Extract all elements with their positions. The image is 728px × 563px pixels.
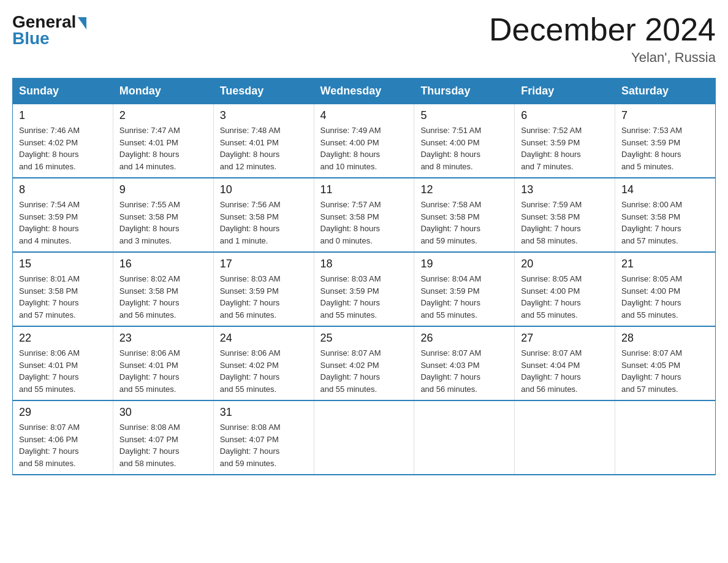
day-number: 12 xyxy=(420,183,508,196)
day-info: Sunrise: 7:52 AMSunset: 3:59 PMDaylight:… xyxy=(521,124,609,172)
day-cell: 19Sunrise: 8:04 AMSunset: 3:59 PMDayligh… xyxy=(414,252,515,326)
day-number: 14 xyxy=(621,183,709,196)
day-cell: 13Sunrise: 7:59 AMSunset: 3:58 PMDayligh… xyxy=(515,178,615,252)
header-monday: Monday xyxy=(113,79,213,104)
page-header: General Blue December 2024 Yelan', Russi… xyxy=(12,12,716,66)
day-number: 8 xyxy=(19,183,107,196)
header-tuesday: Tuesday xyxy=(213,79,314,104)
day-number: 16 xyxy=(119,258,207,270)
day-info: Sunrise: 7:46 AMSunset: 4:02 PMDaylight:… xyxy=(19,124,107,172)
day-info: Sunrise: 8:05 AMSunset: 4:00 PMDaylight:… xyxy=(621,273,709,321)
day-cell: 8Sunrise: 7:54 AMSunset: 3:59 PMDaylight… xyxy=(13,178,113,252)
day-info: Sunrise: 7:59 AMSunset: 3:58 PMDaylight:… xyxy=(521,199,609,247)
day-number: 22 xyxy=(19,332,107,345)
day-number: 19 xyxy=(420,258,508,270)
day-cell xyxy=(314,400,414,475)
day-number: 21 xyxy=(621,258,709,270)
day-cell: 12Sunrise: 7:58 AMSunset: 3:58 PMDayligh… xyxy=(414,178,515,252)
calendar-header: SundayMondayTuesdayWednesdayThursdayFrid… xyxy=(13,79,716,104)
day-info: Sunrise: 8:07 AMSunset: 4:03 PMDaylight:… xyxy=(420,347,508,395)
day-info: Sunrise: 7:58 AMSunset: 3:58 PMDaylight:… xyxy=(420,199,508,247)
day-number: 24 xyxy=(220,332,308,345)
day-info: Sunrise: 8:00 AMSunset: 3:58 PMDaylight:… xyxy=(621,199,709,247)
location: Yelan', Russia xyxy=(489,50,716,66)
week-row-3: 15Sunrise: 8:01 AMSunset: 3:58 PMDayligh… xyxy=(13,252,716,326)
day-info: Sunrise: 7:57 AMSunset: 3:58 PMDaylight:… xyxy=(320,199,408,247)
day-number: 30 xyxy=(119,406,207,419)
day-cell: 30Sunrise: 8:08 AMSunset: 4:07 PMDayligh… xyxy=(113,400,213,475)
days-of-week-row: SundayMondayTuesdayWednesdayThursdayFrid… xyxy=(13,79,716,104)
day-number: 4 xyxy=(320,109,408,122)
day-number: 10 xyxy=(220,183,308,196)
day-info: Sunrise: 8:07 AMSunset: 4:04 PMDaylight:… xyxy=(521,347,609,395)
day-info: Sunrise: 7:53 AMSunset: 3:59 PMDaylight:… xyxy=(621,124,709,172)
calendar-table: SundayMondayTuesdayWednesdayThursdayFrid… xyxy=(12,78,716,475)
day-cell: 10Sunrise: 7:56 AMSunset: 3:58 PMDayligh… xyxy=(213,178,314,252)
day-cell: 20Sunrise: 8:05 AMSunset: 4:00 PMDayligh… xyxy=(515,252,615,326)
calendar-body: 1Sunrise: 7:46 AMSunset: 4:02 PMDaylight… xyxy=(13,104,716,475)
day-number: 20 xyxy=(521,258,609,270)
day-info: Sunrise: 8:07 AMSunset: 4:05 PMDaylight:… xyxy=(621,347,709,395)
day-cell: 25Sunrise: 8:07 AMSunset: 4:02 PMDayligh… xyxy=(314,326,414,400)
day-info: Sunrise: 8:02 AMSunset: 3:58 PMDaylight:… xyxy=(119,273,207,321)
day-info: Sunrise: 8:03 AMSunset: 3:59 PMDaylight:… xyxy=(320,273,408,321)
day-number: 25 xyxy=(320,332,408,345)
day-info: Sunrise: 7:51 AMSunset: 4:00 PMDaylight:… xyxy=(420,124,508,172)
day-cell: 14Sunrise: 8:00 AMSunset: 3:58 PMDayligh… xyxy=(615,178,716,252)
day-number: 15 xyxy=(19,258,107,270)
day-cell: 2Sunrise: 7:47 AMSunset: 4:01 PMDaylight… xyxy=(113,104,213,178)
day-info: Sunrise: 7:55 AMSunset: 3:58 PMDaylight:… xyxy=(119,199,207,247)
day-cell: 6Sunrise: 7:52 AMSunset: 3:59 PMDaylight… xyxy=(515,104,615,178)
day-cell xyxy=(414,400,515,475)
month-title: December 2024 xyxy=(489,12,716,47)
day-cell: 22Sunrise: 8:06 AMSunset: 4:01 PMDayligh… xyxy=(13,326,113,400)
day-info: Sunrise: 8:01 AMSunset: 3:58 PMDaylight:… xyxy=(19,273,107,321)
day-number: 1 xyxy=(19,109,107,122)
day-cell: 23Sunrise: 8:06 AMSunset: 4:01 PMDayligh… xyxy=(113,326,213,400)
day-cell: 16Sunrise: 8:02 AMSunset: 3:58 PMDayligh… xyxy=(113,252,213,326)
day-info: Sunrise: 8:05 AMSunset: 4:00 PMDaylight:… xyxy=(521,273,609,321)
day-cell: 24Sunrise: 8:06 AMSunset: 4:02 PMDayligh… xyxy=(213,326,314,400)
day-info: Sunrise: 8:04 AMSunset: 3:59 PMDaylight:… xyxy=(420,273,508,321)
day-info: Sunrise: 8:06 AMSunset: 4:01 PMDaylight:… xyxy=(119,347,207,395)
day-cell: 27Sunrise: 8:07 AMSunset: 4:04 PMDayligh… xyxy=(515,326,615,400)
header-sunday: Sunday xyxy=(13,79,113,104)
day-number: 18 xyxy=(320,258,408,270)
day-number: 27 xyxy=(521,332,609,345)
day-info: Sunrise: 8:08 AMSunset: 4:07 PMDaylight:… xyxy=(119,421,207,469)
day-cell: 11Sunrise: 7:57 AMSunset: 3:58 PMDayligh… xyxy=(314,178,414,252)
day-info: Sunrise: 7:49 AMSunset: 4:00 PMDaylight:… xyxy=(320,124,408,172)
day-cell: 31Sunrise: 8:08 AMSunset: 4:07 PMDayligh… xyxy=(213,400,314,475)
day-cell: 5Sunrise: 7:51 AMSunset: 4:00 PMDaylight… xyxy=(414,104,515,178)
day-info: Sunrise: 7:47 AMSunset: 4:01 PMDaylight:… xyxy=(119,124,207,172)
day-cell: 18Sunrise: 8:03 AMSunset: 3:59 PMDayligh… xyxy=(314,252,414,326)
day-info: Sunrise: 8:07 AMSunset: 4:06 PMDaylight:… xyxy=(19,421,107,469)
day-info: Sunrise: 8:06 AMSunset: 4:01 PMDaylight:… xyxy=(19,347,107,395)
title-area: December 2024 Yelan', Russia xyxy=(489,12,716,66)
day-info: Sunrise: 8:06 AMSunset: 4:02 PMDaylight:… xyxy=(220,347,308,395)
day-number: 9 xyxy=(119,183,207,196)
day-number: 3 xyxy=(220,109,308,122)
logo-arrow-icon xyxy=(78,17,86,29)
day-cell: 15Sunrise: 8:01 AMSunset: 3:58 PMDayligh… xyxy=(13,252,113,326)
week-row-4: 22Sunrise: 8:06 AMSunset: 4:01 PMDayligh… xyxy=(13,326,716,400)
day-number: 31 xyxy=(220,406,308,419)
day-cell: 3Sunrise: 7:48 AMSunset: 4:01 PMDaylight… xyxy=(213,104,314,178)
day-cell: 21Sunrise: 8:05 AMSunset: 4:00 PMDayligh… xyxy=(615,252,716,326)
day-number: 2 xyxy=(119,109,207,122)
header-friday: Friday xyxy=(515,79,615,104)
day-number: 6 xyxy=(521,109,609,122)
day-cell xyxy=(615,400,716,475)
week-row-2: 8Sunrise: 7:54 AMSunset: 3:59 PMDaylight… xyxy=(13,178,716,252)
day-cell xyxy=(515,400,615,475)
day-number: 13 xyxy=(521,183,609,196)
day-number: 23 xyxy=(119,332,207,345)
day-cell: 1Sunrise: 7:46 AMSunset: 4:02 PMDaylight… xyxy=(13,104,113,178)
day-cell: 26Sunrise: 8:07 AMSunset: 4:03 PMDayligh… xyxy=(414,326,515,400)
day-number: 11 xyxy=(320,183,408,196)
day-cell: 7Sunrise: 7:53 AMSunset: 3:59 PMDaylight… xyxy=(615,104,716,178)
header-saturday: Saturday xyxy=(615,79,716,104)
day-info: Sunrise: 7:56 AMSunset: 3:58 PMDaylight:… xyxy=(220,199,308,247)
day-number: 5 xyxy=(420,109,508,122)
day-number: 29 xyxy=(19,406,107,419)
